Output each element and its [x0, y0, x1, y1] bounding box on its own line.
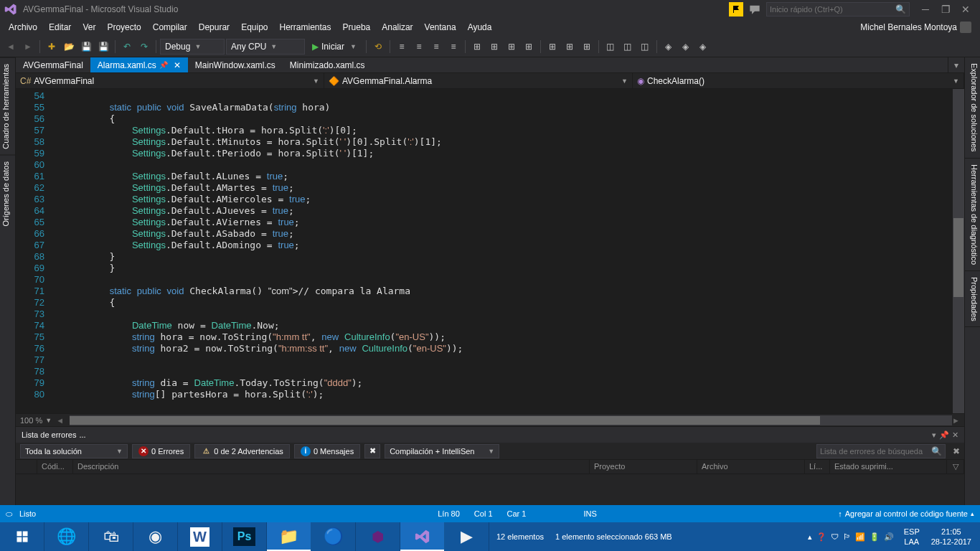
- open-file-button[interactable]: 📂: [61, 39, 77, 55]
- taskbar-chrome[interactable]: 🔵: [311, 522, 356, 551]
- tray-help-icon[interactable]: ❓: [816, 532, 826, 542]
- taskbar-ie[interactable]: 🌐: [44, 522, 89, 551]
- menu-editar[interactable]: Editar: [43, 20, 77, 34]
- toolbar-button[interactable]: ≡: [411, 39, 427, 55]
- menu-depurar[interactable]: Depurar: [193, 20, 235, 34]
- scroll-thumb[interactable]: [953, 218, 963, 297]
- toolbar-button[interactable]: ⊞: [504, 39, 519, 55]
- toolbar-button[interactable]: ◈: [695, 39, 711, 55]
- toolbar-button[interactable]: ◫: [603, 39, 618, 55]
- col-file[interactable]: Archivo: [697, 460, 805, 474]
- properties-tab[interactable]: Propiedades: [965, 271, 980, 328]
- redo-button[interactable]: ↷: [136, 39, 152, 55]
- tray-volume-icon[interactable]: 🔊: [884, 532, 894, 542]
- menu-pruebas[interactable]: Prueba: [337, 20, 377, 34]
- member-dropdown[interactable]: ◉CheckAlarma()▼: [633, 73, 964, 88]
- feedback-icon[interactable]: [746, 2, 763, 17]
- build-intellisense-dropdown[interactable]: Compilación + IntelliSen▼: [385, 444, 499, 458]
- pin-icon[interactable]: 📌: [939, 430, 949, 440]
- taskbar-camtasia[interactable]: ◉: [133, 522, 178, 551]
- messages-filter[interactable]: i0 Mensajes: [294, 444, 360, 458]
- errors-filter[interactable]: ✕0 Errores: [132, 444, 190, 458]
- tray-network-icon[interactable]: 📶: [855, 532, 865, 542]
- browser-link-button[interactable]: ⟲: [370, 39, 386, 55]
- close-tab-icon[interactable]: ✕: [174, 60, 181, 70]
- tray-action-center-icon[interactable]: 🏳: [843, 532, 851, 541]
- close-panel-icon[interactable]: ✕: [952, 430, 958, 440]
- toolbox-tab[interactable]: Cuadro de herramientas: [0, 57, 15, 155]
- code-editor[interactable]: 5455565758596061626364656667686970717273…: [16, 89, 964, 413]
- col-icon[interactable]: [16, 460, 37, 474]
- toolbar-button[interactable]: ◈: [661, 39, 677, 55]
- vertical-scrollbar[interactable]: [953, 89, 964, 413]
- warnings-filter[interactable]: ⚠0 de 2 Advertencias: [194, 444, 290, 458]
- fold-margin[interactable]: [53, 89, 65, 413]
- menu-proyecto[interactable]: Proyecto: [101, 20, 146, 34]
- menu-ventana[interactable]: Ventana: [419, 20, 462, 34]
- zoom-level[interactable]: 100 %: [20, 416, 42, 425]
- hscroll-left-icon[interactable]: ◄: [56, 416, 64, 425]
- toolbar-button[interactable]: ≡: [446, 39, 461, 55]
- error-search[interactable]: 🔍: [816, 444, 946, 458]
- toolbar-button[interactable]: ◈: [678, 39, 694, 55]
- toolbar-button[interactable]: ⊞: [486, 39, 502, 55]
- filter-toggle-icon[interactable]: ✖: [953, 446, 960, 456]
- pin-icon[interactable]: 📌: [159, 61, 168, 69]
- tray-security-icon[interactable]: 🛡: [831, 532, 839, 541]
- taskbar-word[interactable]: W: [178, 522, 222, 551]
- start-button[interactable]: [0, 522, 44, 551]
- signed-in-user[interactable]: Michel Bernales Montoya: [860, 22, 977, 33]
- toolbar-button[interactable]: ⊞: [562, 39, 578, 55]
- scope-dropdown[interactable]: C#AVGemmaFinal▼: [16, 73, 324, 88]
- solution-explorer-tab[interactable]: Explorador de soluciones: [965, 57, 980, 159]
- taskbar-mediaplayer[interactable]: ▶: [445, 522, 489, 551]
- solution-platform-dropdown[interactable]: Any CPU▼: [226, 39, 305, 55]
- save-button[interactable]: 💾: [78, 39, 94, 55]
- tab-overflow[interactable]: ▾: [948, 57, 964, 72]
- taskbar-explorer[interactable]: 📁: [267, 522, 311, 551]
- taskbar-visualstudio[interactable]: [400, 522, 445, 551]
- menu-ayuda[interactable]: Ayuda: [462, 20, 498, 34]
- toolbar-button[interactable]: ≡: [428, 39, 444, 55]
- menu-herramientas[interactable]: Herramientas: [274, 20, 337, 34]
- taskbar-lang[interactable]: ESP LAA: [898, 525, 925, 549]
- tray-overflow-icon[interactable]: ▴: [808, 532, 812, 542]
- menu-compilar[interactable]: Compilar: [147, 20, 193, 34]
- toolbar-button[interactable]: ⊞: [469, 39, 485, 55]
- solution-scope-dropdown[interactable]: Toda la solución▼: [20, 444, 128, 458]
- toolbar-button[interactable]: ◫: [620, 39, 636, 55]
- notification-flag-icon[interactable]: [729, 2, 743, 17]
- toolbar-button[interactable]: ≡: [394, 39, 410, 55]
- tray-battery-icon[interactable]: 🔋: [870, 532, 880, 542]
- toolbar-button[interactable]: ⊞: [521, 39, 537, 55]
- nav-back-button[interactable]: ◄: [3, 39, 19, 55]
- horizontal-scrollbar[interactable]: [70, 415, 952, 425]
- error-list-header[interactable]: Lista de errores ... ▾ 📌 ✕: [16, 427, 964, 443]
- taskbar-photoshop[interactable]: Ps: [222, 522, 267, 551]
- taskbar-clock[interactable]: 21:05 28-12-2017: [925, 525, 977, 549]
- new-project-button[interactable]: ✚: [44, 39, 60, 55]
- menu-ver[interactable]: Ver: [77, 20, 101, 34]
- toolbar-button[interactable]: ⊞: [545, 39, 560, 55]
- taskbar-blend[interactable]: ⬢: [356, 522, 400, 551]
- col-project[interactable]: Proyecto: [590, 460, 697, 474]
- maximize-button[interactable]: ❐: [936, 1, 956, 17]
- solution-config-dropdown[interactable]: Debug▼: [160, 39, 225, 55]
- undo-button[interactable]: ↶: [119, 39, 135, 55]
- menu-equipo[interactable]: Equipo: [235, 20, 273, 34]
- error-search-input[interactable]: [820, 447, 942, 456]
- tab-alarma[interactable]: Alarma.xaml.cs📌✕: [90, 57, 188, 72]
- save-all-button[interactable]: 💾: [95, 39, 111, 55]
- source-control-button[interactable]: ↑ Agregar al control de código fuente ▴: [838, 509, 974, 518]
- start-debug-button[interactable]: ▶Iniciar▼: [306, 39, 362, 55]
- tab-project[interactable]: AVGemmaFinal: [16, 57, 90, 72]
- tab-minimizado[interactable]: Minimizado.xaml.cs: [283, 57, 372, 72]
- data-sources-tab[interactable]: Orígenes de datos: [0, 155, 15, 232]
- menu-analizar[interactable]: Analizar: [376, 20, 418, 34]
- panel-menu-icon[interactable]: ▾: [932, 430, 936, 440]
- code-content[interactable]: static public void SaveAlarmaData(string…: [65, 89, 953, 413]
- col-filter-icon[interactable]: ▽: [947, 460, 964, 474]
- quick-launch[interactable]: 🔍: [766, 2, 910, 17]
- col-description[interactable]: Descripción: [73, 460, 590, 474]
- tab-mainwindow[interactable]: MainWindow.xaml.cs: [188, 57, 283, 72]
